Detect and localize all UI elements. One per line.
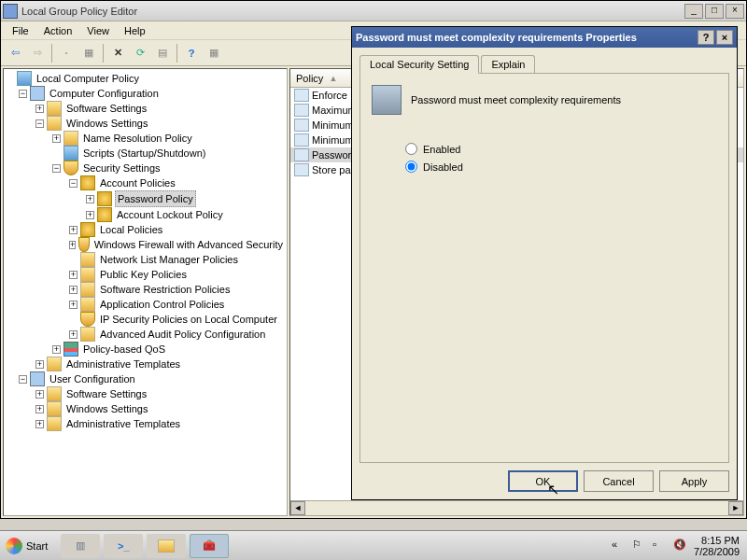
back-button[interactable]: ⇦ (5, 43, 25, 63)
expander[interactable]: + (35, 420, 44, 428)
scroll-thumb[interactable] (305, 501, 728, 515)
properties-button[interactable]: ▦ (78, 43, 99, 63)
policy-item-icon (294, 148, 309, 161)
expander[interactable]: + (69, 241, 76, 249)
expander[interactable]: + (86, 211, 94, 219)
ok-button[interactable]: OK (508, 470, 578, 492)
dialog-close-button[interactable]: × (716, 30, 733, 45)
up-button[interactable] (56, 43, 77, 63)
cancel-button[interactable]: Cancel (584, 470, 654, 492)
scroll-right-button[interactable]: ► (728, 501, 743, 515)
tree-item[interactable]: Windows Firewall with Advanced Security (92, 237, 285, 252)
menu-view[interactable]: View (79, 23, 117, 38)
tree-item[interactable]: Advanced Audit Policy Configuration (98, 327, 267, 342)
tree-root[interactable]: Local Computer Policy (35, 71, 141, 86)
expander[interactable]: + (35, 405, 44, 413)
expander[interactable]: − (35, 119, 44, 128)
tree-item[interactable]: Software Settings (64, 386, 148, 401)
tree-item[interactable]: Windows Settings (64, 401, 149, 416)
task-gpedit[interactable]: 🧰 (190, 534, 229, 558)
horizontal-scrollbar[interactable]: ◄ ► (290, 500, 743, 515)
clock[interactable]: 8:15 PM 7/28/2009 (694, 535, 740, 557)
tab-local-security[interactable]: Local Security Setting (359, 55, 479, 74)
menu-help[interactable]: Help (117, 23, 153, 38)
scroll-left-button[interactable]: ◄ (290, 501, 305, 515)
security-policy-icon (372, 85, 402, 115)
folder-up-icon (65, 52, 67, 54)
dialog-titlebar[interactable]: Password must meet complexity requiremen… (352, 27, 737, 48)
start-orb-icon (6, 538, 22, 554)
task-explorer[interactable] (147, 534, 186, 558)
expander[interactable]: + (69, 301, 78, 309)
server-icon: ▥ (76, 539, 85, 552)
expander[interactable]: + (86, 195, 94, 203)
tree-item[interactable]: Software Restriction Policies (98, 282, 232, 297)
tree-security[interactable]: Security Settings (81, 161, 162, 175)
refresh-button[interactable]: ⟳ (130, 43, 150, 63)
menu-action[interactable]: Action (36, 23, 80, 38)
props-icon: ▦ (84, 47, 93, 59)
tree-item[interactable]: Windows Settings (64, 116, 149, 131)
options-button[interactable]: ▦ (204, 43, 224, 63)
radio-enabled[interactable] (405, 143, 417, 155)
tree-item[interactable]: Administrative Templates (64, 416, 182, 431)
tree-item[interactable]: Name Resolution Policy (81, 131, 194, 146)
expander[interactable]: + (52, 345, 61, 354)
expander[interactable]: + (69, 271, 78, 279)
key-icon (80, 175, 95, 190)
tree-item[interactable]: Software Settings (64, 101, 148, 116)
tray-chevron-icon[interactable]: « (612, 539, 627, 553)
tree-item[interactable]: Network List Manager Policies (98, 252, 240, 267)
expander[interactable]: + (69, 286, 78, 294)
expander[interactable]: − (19, 375, 27, 384)
tree-item[interactable]: Public Key Policies (98, 267, 189, 282)
task-server-manager[interactable]: ▥ (61, 534, 100, 558)
tree-password-policy[interactable]: Password Policy (115, 190, 196, 207)
expander[interactable]: + (69, 226, 78, 234)
tray-flag-icon[interactable]: ⚐ (632, 539, 647, 553)
start-button[interactable]: Start (2, 534, 57, 558)
tree-item[interactable]: Policy-based QoS (81, 342, 167, 357)
tree-item[interactable]: Application Control Policies (98, 297, 226, 312)
tree-item[interactable]: Local Policies (98, 222, 164, 237)
expander[interactable]: + (35, 360, 44, 369)
tree-user-config[interactable]: User Configuration (48, 371, 137, 386)
tree-item[interactable]: Administrative Templates (64, 357, 182, 371)
expander[interactable]: + (35, 105, 44, 113)
tree-computer-config[interactable]: Computer Configuration (48, 86, 161, 101)
delete-button[interactable]: ✕ (107, 43, 128, 63)
tree-item[interactable]: IP Security Policies on Local Computer (98, 312, 279, 327)
policy-item-icon (294, 119, 309, 132)
task-powershell[interactable]: >_ (104, 534, 143, 558)
help-button[interactable]: ? (181, 43, 202, 63)
tree-item[interactable]: Scripts (Startup/Shutdown) (81, 146, 207, 161)
radio-disabled[interactable] (405, 161, 417, 173)
apply-button[interactable]: Apply (659, 470, 729, 492)
export-button[interactable]: ▤ (152, 43, 173, 63)
folder-icon (47, 416, 62, 431)
tree-lockout-policy[interactable]: Account Lockout Policy (115, 207, 225, 222)
tray-volume-icon[interactable]: 🔇 (673, 539, 688, 553)
expander[interactable]: − (52, 164, 61, 173)
dialog-help-button[interactable]: ? (698, 30, 714, 45)
maximize-button[interactable]: □ (705, 4, 724, 19)
expander[interactable]: − (69, 179, 78, 188)
time: 8:15 PM (694, 535, 740, 546)
toolbar-separator (51, 44, 52, 63)
expander[interactable]: + (52, 134, 61, 143)
tree-account-policies[interactable]: Account Policies (98, 175, 177, 190)
user-icon (30, 371, 45, 386)
forward-button[interactable]: ⇨ (27, 43, 48, 63)
expander[interactable]: + (69, 330, 78, 339)
expander[interactable]: + (35, 390, 44, 399)
tab-explain[interactable]: Explain (481, 55, 535, 74)
globe-icon (80, 312, 95, 327)
toolbar-separator (103, 44, 104, 63)
minimize-button[interactable]: _ (684, 4, 703, 19)
tray-network-icon[interactable]: ▫ (653, 539, 668, 553)
menu-file[interactable]: File (5, 23, 36, 38)
expander[interactable]: − (19, 90, 27, 98)
close-button[interactable]: × (726, 4, 744, 19)
taskbar: Start ▥ >_ 🧰 « ⚐ ▫ 🔇 8:15 PM 7/28/2009 (0, 530, 747, 560)
tree-panel[interactable]: Local Computer Policy −Computer Configur… (3, 68, 288, 516)
